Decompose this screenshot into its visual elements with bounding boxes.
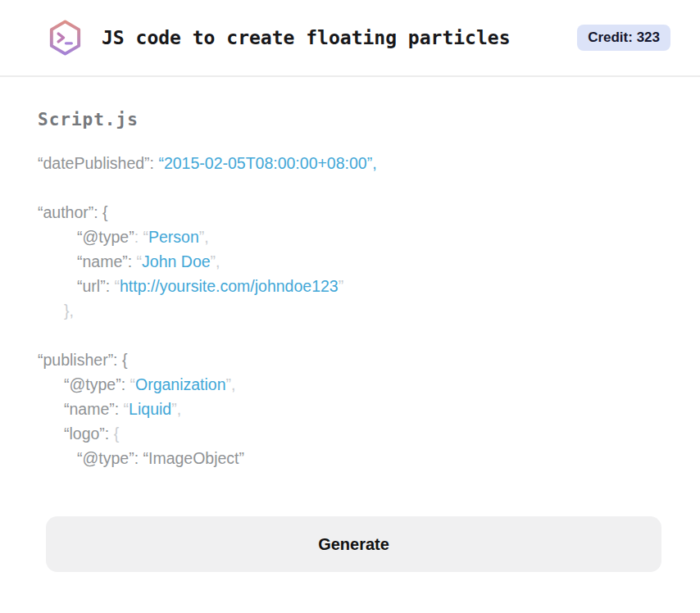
header: JS code to create floating particles Cre… <box>0 0 700 77</box>
code-segment-dim: ”, <box>199 228 209 246</box>
code-line <box>38 323 661 347</box>
code-segment-key: “name”: <box>77 252 137 270</box>
code-segment-val: http://yoursite.com/johndoe123 <box>120 277 339 295</box>
code-segment-val: Organization <box>135 375 226 393</box>
generate-button[interactable]: Generate <box>46 516 661 572</box>
code-line <box>38 175 661 200</box>
code-segment-dim: ”, <box>171 400 181 418</box>
code-line: “url”: “http://yoursite.com/johndoe123” <box>38 274 661 298</box>
code-segment-dim: : “ <box>134 228 148 246</box>
terminal-hexagon-icon <box>46 18 84 58</box>
code-segment-key: “@type”: <box>64 375 130 393</box>
code-line: “name”: “Liquid”, <box>38 397 661 421</box>
main-content: Script.js “datePublished”: “2015-02-05T0… <box>0 77 700 470</box>
code-segment-key: “name”: <box>64 400 124 418</box>
code-segment-dim: ” <box>339 277 344 295</box>
code-segment-key: “datePublished”: <box>38 154 158 172</box>
page-title: JS code to create floating particles <box>102 27 511 48</box>
code-line: “author”: { <box>38 200 661 225</box>
file-name-label: Script.js <box>38 110 661 129</box>
code-line: }, <box>38 298 661 323</box>
code-segment-val: “2015-02-05T08:00:00+08:00”, <box>158 154 376 172</box>
code-segment-val: Person <box>148 228 199 246</box>
code-segment-key: “url”: <box>77 277 115 295</box>
code-segment-dim: ”, <box>211 252 220 270</box>
code-editor: “datePublished”: “2015-02-05T08:00:00+08… <box>38 151 661 470</box>
code-segment-dim: ”, <box>226 375 236 393</box>
code-segment-val: John Doe <box>142 252 210 270</box>
footer: Generate <box>0 470 700 572</box>
code-segment-dim: }, <box>64 302 74 320</box>
code-segment-val: Liquid <box>129 400 171 418</box>
code-line: “logo”: { <box>38 421 661 446</box>
code-segment-dim: { <box>114 425 120 443</box>
credit-badge: Credit: 323 <box>577 25 670 51</box>
code-segment-key: “@type” <box>77 228 134 246</box>
code-segment-key: “@type”: “ImageObject” <box>77 449 244 467</box>
code-segment-key: “logo”: <box>64 425 114 443</box>
code-line: “publisher”: { <box>38 347 661 372</box>
code-segment-key: “author”: { <box>38 203 108 221</box>
code-line: “@type”: “ImageObject” <box>38 446 661 470</box>
code-line: “@type”: “Organization”, <box>38 372 661 397</box>
code-line: “datePublished”: “2015-02-05T08:00:00+08… <box>38 151 661 175</box>
code-segment-key: “publisher”: { <box>38 351 127 369</box>
code-line: “@type”: “Person”, <box>38 225 661 249</box>
code-line: “name”: “John Doe”, <box>38 249 661 274</box>
